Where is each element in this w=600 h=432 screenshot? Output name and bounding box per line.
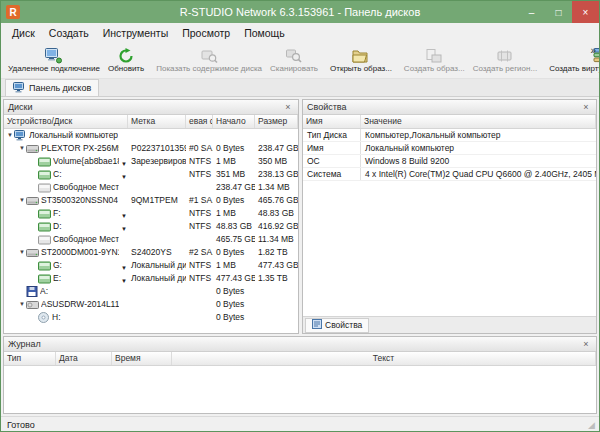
property-name: ОС xyxy=(303,155,361,167)
properties-sheet-icon xyxy=(312,319,322,331)
tree-expander-icon[interactable]: ▼ xyxy=(18,194,26,207)
tree-row-drive-d[interactable]: D:▼NTFS48.83 GB416.92 GB xyxy=(4,220,298,233)
device-cell: ▼ASUSDRW-2014L11.00 xyxy=(4,298,128,311)
resize-grip[interactable]: ◢ xyxy=(588,420,595,430)
close-button[interactable]: × xyxy=(572,1,599,23)
partition-menu-arrow-icon[interactable]: ▼ xyxy=(121,210,127,220)
partition-menu-arrow-icon[interactable]: ▼ xyxy=(121,262,127,272)
properties-column-header-name[interactable]: Имя xyxy=(303,115,361,128)
tree-row-asusdrw[interactable]: ▼ASUSDRW-2014L11.000 Bytes xyxy=(4,298,298,311)
property-row[interactable]: ОСWindows 8 Build 9200 xyxy=(303,155,596,168)
tree-row-volume-ab8bae18[interactable]: Volume{ab8bae18-25...▼Зарезервирова...NT… xyxy=(4,155,298,168)
label-cell: Зарезервирова... xyxy=(128,155,186,168)
start-cell: 0 Bytes xyxy=(213,285,255,298)
tab-properties[interactable]: Свойства xyxy=(305,318,369,333)
device-cell: H: xyxy=(4,311,128,324)
open-image-button[interactable]: Открыть образ... xyxy=(326,43,396,77)
size-cell: 477.43 GB xyxy=(255,259,298,272)
tree-row-drive-a[interactable]: A:0 Bytes xyxy=(4,285,298,298)
toolbar-overflow-button[interactable]: » xyxy=(590,45,596,56)
scan-button: Сканировать xyxy=(266,43,322,77)
freespace-icon xyxy=(38,183,51,193)
tree-row-local-computer[interactable]: ▼Локальный компьютер xyxy=(4,129,298,142)
maximize-button[interactable]: □ xyxy=(545,1,572,23)
property-row[interactable]: Система4 x Intel(R) Core(TM)2 Quad CPU Q… xyxy=(303,168,596,181)
device-cell: F:▼ xyxy=(4,207,128,220)
open-image-icon xyxy=(352,47,369,64)
log-panel-close-icon[interactable]: × xyxy=(580,339,592,349)
device-name: PLEXTOR PX-256M5P1.02 xyxy=(41,142,119,155)
log-column-header-time[interactable]: Время xyxy=(112,352,172,365)
minimize-button[interactable]: – xyxy=(518,1,545,23)
partition-menu-arrow-icon[interactable]: ▼ xyxy=(121,223,127,233)
partition-icon xyxy=(38,222,51,232)
tree-row-drive-g[interactable]: G:▼Локальный ди...NTFS1 MB477.43 GB xyxy=(4,259,298,272)
tree-expander-icon[interactable]: ▼ xyxy=(6,129,14,142)
menu-item-tools[interactable]: Инструменты xyxy=(96,25,175,41)
tree-row-free-space-18[interactable]: Свободное Место18238.47 GB1.34 MB xyxy=(4,181,298,194)
device-cell: Свободное Место18 xyxy=(4,181,128,194)
device-cell: G:▼ xyxy=(4,259,128,272)
tree-expander-icon[interactable]: ▼ xyxy=(18,142,26,155)
disks-panel-title: Диски xyxy=(8,102,33,112)
partition-menu-arrow-icon[interactable]: ▼ xyxy=(121,171,127,181)
log-column-header-date[interactable]: Дата xyxy=(56,352,112,365)
properties-panel: Свойства × ИмяЗначение Тип ДискаКомпьюте… xyxy=(302,99,597,334)
main-area: Диски × Устройство/ДискМеткаевая сиНачал… xyxy=(1,97,599,334)
size-cell xyxy=(255,129,298,142)
column-header-size[interactable]: Размер xyxy=(255,115,298,128)
log-column-header-text[interactable]: Текст xyxy=(172,352,596,365)
tree-row-st2000[interactable]: ▼ST2000DM001-9YN164C...S24020YS#2 SA...0… xyxy=(4,246,298,259)
scan-label: Сканировать xyxy=(270,64,318,73)
property-value: Windows 8 Build 9200 xyxy=(361,155,596,167)
label-cell: S24020YS xyxy=(128,246,186,259)
tab-disk-panel[interactable]: Панель дисков xyxy=(5,79,99,96)
tree-expander-icon[interactable]: ▼ xyxy=(18,246,26,259)
title-bar[interactable]: R R-STUDIO Network 6.3.153961 - Панель д… xyxy=(1,1,599,23)
partition-icon xyxy=(38,157,51,167)
column-header-start[interactable]: Начало xyxy=(213,115,255,128)
disks-panel-close-icon[interactable]: × xyxy=(282,102,294,112)
properties-column-header: ИмяЗначение xyxy=(303,115,596,129)
tree-row-st3500[interactable]: ▼ST3500320NSSN049QM1TPEM#1 SA...0 Bytes4… xyxy=(4,194,298,207)
log-panel-title: Журнал xyxy=(8,339,41,349)
remote-connect-button[interactable]: Удаленное подключение xyxy=(4,43,104,77)
tree-row-drive-c[interactable]: C:▼NTFS351 MB238.13 GB xyxy=(4,168,298,181)
menu-item-view[interactable]: Просмотр xyxy=(175,25,237,41)
column-header-device[interactable]: Устройство/Диск xyxy=(4,115,128,128)
menu-item-help[interactable]: Помощь xyxy=(237,25,292,41)
property-row[interactable]: Тип ДискаКомпьютер,Локальный компьютер xyxy=(303,129,596,142)
tree-row-drive-h[interactable]: H:0 Bytes xyxy=(4,311,298,324)
start-cell: 0 Bytes xyxy=(213,298,255,311)
label-cell xyxy=(128,168,186,181)
device-cell: D:▼ xyxy=(4,220,128,233)
tree-expander-icon[interactable]: ▼ xyxy=(18,298,26,311)
partition-menu-arrow-icon[interactable]: ▼ xyxy=(121,158,127,168)
property-row[interactable]: ИмяЛокальный компьютер xyxy=(303,142,596,155)
partition-icon xyxy=(38,170,51,180)
create-image-label: Создать образ... xyxy=(404,64,465,73)
tree-row-drive-f[interactable]: F:▼NTFS1 MB48.83 GB xyxy=(4,207,298,220)
partition-menu-arrow-icon[interactable]: ▼ xyxy=(121,275,127,285)
device-cell: Свободное Место21 xyxy=(4,233,128,246)
properties-panel-close-icon[interactable]: × xyxy=(580,102,592,112)
size-cell xyxy=(255,298,298,311)
remote-connect-icon xyxy=(45,47,62,64)
tree-row-plextor[interactable]: ▼PLEXTOR PX-256M5P1.02P02237101359#0 SA.… xyxy=(4,142,298,155)
status-text: Готово xyxy=(7,420,35,430)
size-cell: 416.92 GB xyxy=(255,220,298,233)
log-column-header-type[interactable]: Тип xyxy=(4,352,56,365)
device-cell: ▼ST3500320NSSN04 xyxy=(4,194,128,207)
device-name: Локальный компьютер xyxy=(29,129,118,142)
floppy-icon xyxy=(26,286,38,297)
properties-column-header-value[interactable]: Значение xyxy=(361,115,596,128)
menu-item-disk[interactable]: Диск xyxy=(5,25,42,41)
column-header-filesystem[interactable]: евая си xyxy=(186,115,213,128)
column-header-label[interactable]: Метка xyxy=(128,115,186,128)
properties-panel-title: Свойства xyxy=(307,102,347,112)
tree-row-free-space-21[interactable]: Свободное Место21465.75 GB11.34 MB xyxy=(4,233,298,246)
tree-row-drive-e[interactable]: E:▼Локальный ди...NTFS477.43 GB1.35 TB xyxy=(4,272,298,285)
refresh-button[interactable]: Обновить xyxy=(104,43,148,77)
size-cell: 350 MB xyxy=(255,155,298,168)
menu-item-create[interactable]: Создать xyxy=(42,25,96,41)
